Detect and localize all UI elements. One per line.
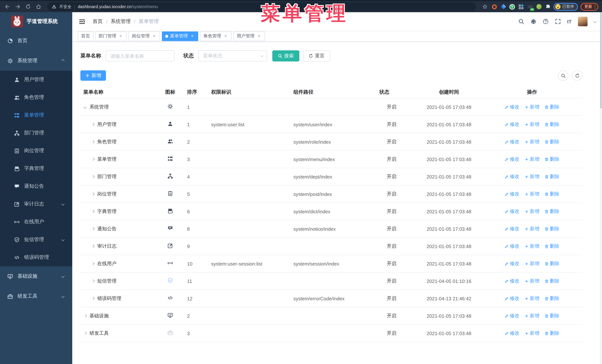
edit-button[interactable]: 修改	[505, 191, 519, 197]
help-icon[interactable]	[543, 19, 548, 24]
add-button[interactable]: 新增	[525, 295, 539, 302]
expand-right-icon[interactable]	[92, 175, 95, 178]
font-size-icon[interactable]: tT	[567, 19, 572, 24]
expand-right-icon[interactable]	[92, 245, 95, 248]
edit-button[interactable]: 修改	[505, 295, 519, 302]
search-button[interactable]: 搜索	[272, 50, 299, 62]
sidebar-item-online[interactable]: 在线用户	[0, 213, 72, 231]
reload-icon[interactable]	[24, 3, 32, 10]
close-icon[interactable]: ×	[256, 33, 262, 39]
chevron-down-icon[interactable]	[593, 20, 597, 23]
delete-button[interactable]: 删除	[545, 208, 559, 215]
sidebar-item-users[interactable]: 角色管理	[0, 89, 72, 106]
sidebar-item-errcode[interactable]: 错误码管理	[0, 249, 72, 266]
delete-button[interactable]: 删除	[545, 226, 559, 232]
sidebar-item-notice[interactable]: 通知公告	[0, 177, 72, 195]
expand-down-icon[interactable]	[84, 105, 87, 108]
edit-button[interactable]: 修改	[505, 104, 519, 110]
sidebar-item-user[interactable]: 用户管理	[0, 71, 72, 89]
close-icon[interactable]: ×	[118, 33, 123, 39]
reset-button[interactable]: 重置	[303, 50, 330, 62]
expand-right-icon[interactable]	[92, 193, 95, 196]
sidebar-item-tree[interactable]: 部门管理	[0, 124, 72, 142]
edit-button[interactable]: 修改	[505, 278, 519, 284]
expand-right-icon[interactable]	[92, 140, 95, 143]
add-button[interactable]: 新增	[525, 121, 539, 128]
close-icon[interactable]: ×	[223, 33, 228, 39]
edit-button[interactable]: 修改	[505, 156, 519, 163]
tab-部门管理[interactable]: 部门管理×	[95, 31, 127, 41]
menu-name-input[interactable]	[106, 50, 174, 62]
extension-icon[interactable]	[491, 3, 497, 10]
expand-right-icon[interactable]	[92, 123, 95, 126]
edit-button[interactable]: 修改	[505, 226, 519, 232]
edit-button[interactable]: 修改	[505, 330, 519, 337]
tab-菜单管理[interactable]: 菜单管理×	[162, 31, 198, 41]
delete-button[interactable]: 删除	[545, 312, 559, 319]
delete-button[interactable]: 删除	[545, 278, 559, 284]
breadcrumb-home[interactable]: 首页	[93, 18, 103, 25]
edit-button[interactable]: 修改	[505, 312, 519, 319]
add-button[interactable]: 新增	[525, 226, 539, 232]
add-button[interactable]: 新增	[525, 260, 539, 267]
menu-dots-icon[interactable]	[594, 5, 595, 9]
delete-button[interactable]: 删除	[545, 191, 559, 197]
add-button[interactable]: 新增	[525, 312, 539, 319]
add-button[interactable]: 新增	[525, 173, 539, 180]
edit-button[interactable]: 修改	[505, 121, 519, 128]
tab-角色管理[interactable]: 角色管理×	[200, 31, 232, 41]
edit-button[interactable]: 修改	[505, 173, 519, 180]
app-logo-row[interactable]: 芋道管理系统	[0, 12, 72, 31]
add-button[interactable]: 新增	[525, 104, 539, 110]
github-icon[interactable]	[530, 19, 536, 24]
status-select[interactable]: 菜单状态	[198, 50, 267, 62]
extension-icon[interactable]	[500, 3, 506, 10]
delete-button[interactable]: 删除	[545, 295, 559, 302]
sidebar-item-log[interactable]: 审计日志	[0, 195, 72, 213]
hamburger-icon[interactable]	[77, 17, 87, 26]
expand-right-icon[interactable]	[92, 262, 95, 265]
delete-button[interactable]: 删除	[545, 260, 559, 267]
add-button[interactable]: 新增	[525, 208, 539, 215]
expand-right-icon[interactable]	[84, 332, 87, 335]
expand-right-icon[interactable]	[92, 297, 95, 300]
sidebar-item-infra[interactable]: 基础设施	[0, 266, 72, 286]
show-search-button[interactable]	[558, 70, 568, 81]
refresh-button[interactable]	[572, 70, 582, 81]
edit-button[interactable]: 修改	[505, 260, 519, 267]
close-icon[interactable]: ×	[190, 33, 195, 39]
extension-icon[interactable]	[518, 3, 524, 10]
avatar[interactable]	[578, 17, 588, 26]
tab-首页[interactable]: 首页	[78, 31, 93, 41]
page-scrollbar[interactable]	[600, 12, 602, 364]
scrollbar-thumb[interactable]	[600, 12, 602, 108]
sidebar-item-gear[interactable]: 系统管理	[0, 51, 72, 71]
close-icon[interactable]: ×	[151, 33, 157, 39]
fullscreen-icon[interactable]	[555, 19, 561, 24]
security-label[interactable]: 不安全	[59, 4, 72, 10]
expand-right-icon[interactable]	[92, 280, 95, 282]
tab-用户管理[interactable]: 用户管理×	[233, 31, 265, 41]
extension-icon[interactable]: V	[509, 3, 515, 10]
add-button[interactable]: 新增	[525, 330, 539, 337]
sidebar-item-sms[interactable]: 短信管理	[0, 231, 72, 249]
browser-update-button[interactable]: 更新	[580, 3, 598, 10]
delete-button[interactable]: 删除	[545, 104, 559, 110]
edit-button[interactable]: 修改	[505, 243, 519, 250]
home-icon[interactable]	[35, 3, 42, 10]
search-icon[interactable]	[518, 19, 524, 24]
delete-button[interactable]: 删除	[545, 138, 559, 145]
back-icon[interactable]	[4, 3, 11, 10]
paused-extension-badge[interactable]: 已暂停	[553, 3, 578, 10]
delete-button[interactable]: 删除	[545, 330, 559, 337]
sidebar-item-post[interactable]: 岗位管理	[0, 142, 72, 160]
delete-button[interactable]: 删除	[545, 173, 559, 180]
add-button[interactable]: 新增	[525, 243, 539, 250]
add-button[interactable]: 新增	[80, 70, 106, 81]
expand-right-icon[interactable]	[92, 158, 95, 161]
extension-icon[interactable]	[536, 3, 542, 10]
sidebar-item-menu[interactable]: 菜单管理	[0, 106, 72, 124]
breadcrumb-system[interactable]: 系统管理	[111, 18, 131, 25]
bookmark-star-icon[interactable]	[481, 3, 489, 10]
delete-button[interactable]: 删除	[545, 243, 559, 250]
